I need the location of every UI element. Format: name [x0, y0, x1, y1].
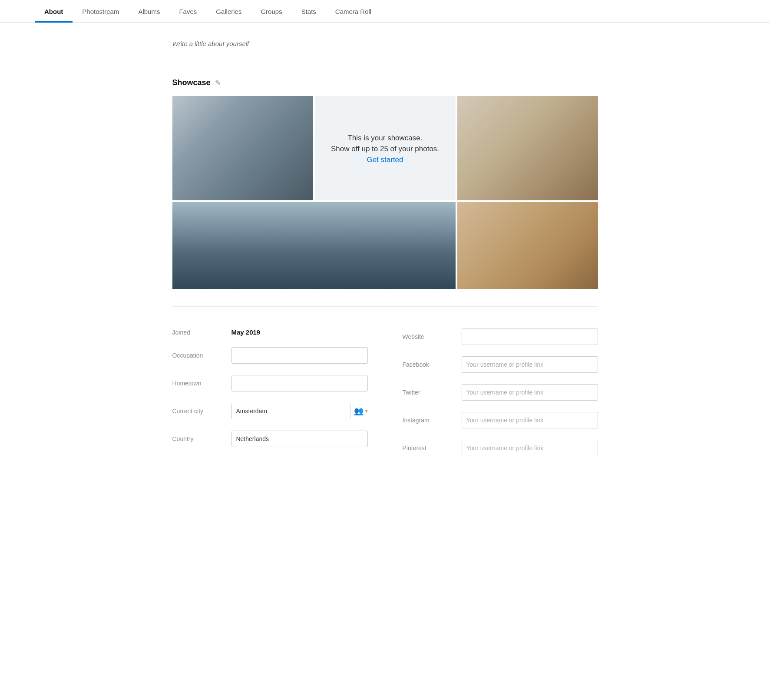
current-city-input[interactable] — [231, 403, 350, 419]
nav-groups[interactable]: Groups — [251, 0, 291, 22]
showcase-photo-2[interactable]: This is your showcase. Show off up to 25… — [315, 96, 456, 200]
showcase-photo-1[interactable] — [172, 96, 313, 200]
hometown-label: Hometown — [172, 380, 225, 387]
profile-section: Joined May 2019 Occupation Hometown Curr… — [172, 320, 598, 468]
website-label: Website — [403, 333, 455, 340]
instagram-label: Instagram — [403, 417, 455, 424]
showcase-photo-4[interactable] — [172, 202, 456, 289]
nav-camera-roll[interactable]: Camera Roll — [326, 0, 381, 22]
get-started-link[interactable]: Get started — [367, 156, 403, 164]
about-placeholder: Write a little about yourself — [172, 40, 598, 47]
hometown-row: Hometown — [172, 375, 368, 391]
nav-photostream[interactable]: Photostream — [73, 0, 129, 22]
current-city-label: Current city — [172, 408, 225, 415]
occupation-row: Occupation — [172, 347, 368, 364]
showcase-overlay-line1: This is your showcase. — [348, 133, 423, 144]
showcase-overlay-line2: Show off up to 25 of your photos. — [331, 143, 439, 155]
facebook-input[interactable] — [462, 356, 598, 373]
nav-stats[interactable]: Stats — [292, 0, 326, 22]
edit-showcase-icon[interactable]: ✎ — [215, 79, 221, 87]
country-row: Country — [172, 431, 368, 447]
website-input[interactable] — [462, 328, 598, 345]
joined-value: May 2019 — [231, 328, 261, 336]
profile-left: Joined May 2019 Occupation Hometown Curr… — [172, 328, 368, 468]
joined-row: Joined May 2019 — [172, 328, 368, 336]
nav-albums[interactable]: Albums — [129, 0, 169, 22]
instagram-row: Instagram — [403, 412, 598, 428]
showcase-photo-3[interactable] — [457, 96, 598, 200]
chevron-down-icon: ▾ — [365, 408, 368, 414]
pinterest-label: Pinterest — [403, 445, 455, 451]
twitter-row: Twitter — [403, 384, 598, 401]
city-input-wrapper: 👥 ▾ — [231, 403, 368, 419]
profile-grid: Joined May 2019 Occupation Hometown Curr… — [172, 328, 598, 468]
divider-1 — [172, 65, 598, 65]
divider-2 — [172, 306, 598, 307]
twitter-input[interactable] — [462, 384, 598, 401]
hometown-input[interactable] — [231, 375, 368, 391]
facebook-label: Facebook — [403, 361, 455, 368]
instagram-input[interactable] — [462, 412, 598, 428]
nav-about[interactable]: About — [35, 0, 73, 22]
nav-faves[interactable]: Faves — [169, 0, 206, 22]
website-row: Website — [403, 328, 598, 345]
main-content: Write a little about yourself Showcase ✎… — [138, 23, 633, 485]
facebook-row: Facebook — [403, 356, 598, 373]
current-city-row: Current city 👥 ▾ — [172, 403, 368, 419]
showcase-header: Showcase ✎ — [172, 78, 598, 87]
country-input[interactable] — [231, 431, 368, 447]
country-label: Country — [172, 435, 225, 442]
occupation-input[interactable] — [231, 347, 368, 364]
twitter-label: Twitter — [403, 389, 455, 396]
showcase-overlay: This is your showcase. Show off up to 25… — [315, 96, 456, 200]
showcase-photo-5[interactable] — [457, 202, 598, 289]
profile-right: Website Facebook Twitter Instagram — [403, 328, 598, 468]
pinterest-input[interactable] — [462, 440, 598, 456]
showcase-title: Showcase — [172, 78, 211, 87]
nav-galleries[interactable]: Galleries — [206, 0, 251, 22]
pinterest-row: Pinterest — [403, 440, 598, 456]
city-privacy-button[interactable]: 👥 ▾ — [354, 406, 368, 416]
joined-label: Joined — [172, 329, 225, 336]
occupation-label: Occupation — [172, 352, 225, 359]
nav-bar: About Photostream Albums Faves Galleries… — [0, 0, 770, 23]
people-icon: 👥 — [354, 406, 364, 416]
showcase-grid: This is your showcase. Show off up to 25… — [172, 96, 598, 289]
